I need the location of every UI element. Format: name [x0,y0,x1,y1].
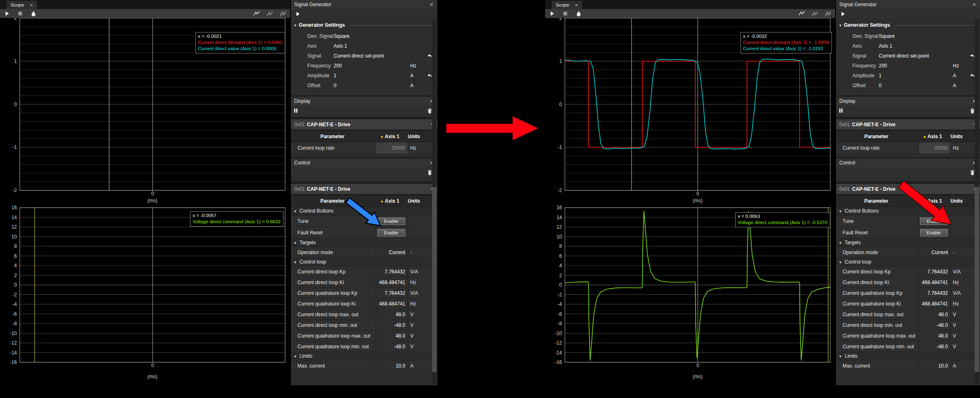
trash-icon[interactable] [970,108,975,113]
signal-multi-off-icon[interactable] [280,10,286,17]
pause-icon[interactable] [839,109,843,113]
field-value[interactable]: 200 [334,63,410,69]
param-value[interactable]: 7.764432 [918,288,950,298]
signal-single-button[interactable] [798,10,806,17]
scope-chart-area[interactable]: -2-10120(ms)-16-14-12-10-8-6-4-202468101… [545,18,835,380]
signal-multi-button[interactable] [266,10,274,17]
tab-close-icon[interactable]: × [30,2,33,8]
play-icon[interactable] [295,11,301,17]
section-header-row[interactable]: ▾Control Buttons [291,207,437,215]
signal-single-icon[interactable] [799,10,805,17]
generator-settings-header[interactable]: ▾Generator Settings [291,19,437,31]
param-value[interactable]: 48.0 [376,309,408,319]
param-value[interactable]: 7.764432 [376,266,408,277]
field-value[interactable]: Axis 1 [334,43,410,49]
section-header-row[interactable]: ▾Targets [291,238,437,247]
field-value[interactable]: 1 [334,73,410,79]
tab-close-icon[interactable]: × [575,2,578,8]
section-header-row[interactable]: ▾Control Buttons [836,207,980,215]
panel-scrollbar[interactable] [432,19,437,384]
signal-multi-off-icon[interactable] [825,10,831,17]
section-header-row[interactable]: ▾Limits [291,352,437,361]
param-value[interactable]: 7.764432 [918,266,950,277]
param-value[interactable]: 468.484741 [376,277,408,287]
pause-icon[interactable] [294,109,297,113]
close-icon[interactable]: × [973,1,976,8]
param-value[interactable]: -48.0 [918,341,950,352]
play-icon[interactable] [549,11,555,16]
param-value[interactable]: 468.484741 [376,298,408,309]
signal-multi-icon[interactable] [812,10,818,17]
table-row: Current direct loop Ki468.484741Hz [836,277,980,288]
stop-button[interactable] [562,10,569,17]
param-value[interactable]: 7.764432 [376,288,408,298]
table-row: Current quadrature loop min. out-48.0V [836,341,980,352]
tune-enable-button[interactable]: Enable [920,218,948,225]
play-button[interactable] [3,10,11,17]
device-dropdown[interactable]: 0x01CAP-NET-E - Drive▾ [291,119,437,130]
param-value[interactable]: -48.0 [918,320,950,330]
field-value[interactable]: 0 [334,83,410,88]
field-value[interactable]: Square [334,33,410,39]
param-value[interactable]: 468.484741 [918,277,950,287]
param-value[interactable]: 10.0 [376,361,408,371]
param-value[interactable]: -48.0 [376,341,408,352]
close-icon[interactable]: × [430,1,433,8]
generator-start-button[interactable] [839,10,847,18]
clear-plot-button[interactable] [30,10,37,17]
play-icon[interactable] [4,11,10,16]
panel-scrollbar[interactable] [975,19,979,384]
scrollbar-thumb[interactable] [432,187,437,372]
field-value[interactable]: Axis 1 [879,43,953,49]
scope-tab[interactable]: Scope× [7,1,37,9]
generator-start-button[interactable] [294,10,302,18]
app-stage: Scope×-2-10120(ms)-16-14-12-10-8-6-4-202… [0,0,980,398]
clear-plot-icon[interactable] [30,11,37,17]
fault-reset-enable-button[interactable]: Enable [377,229,405,236]
param-value[interactable]: 468.484741 [918,298,950,309]
generator-settings-header[interactable]: ▾Generator Settings [836,19,980,31]
signal-multi-icon[interactable] [267,10,273,17]
param-value[interactable]: 48.0 [376,331,408,341]
section-header-row[interactable]: ▾Limits [836,352,980,361]
field-value[interactable]: 200 [879,63,953,69]
play-icon[interactable] [840,11,846,17]
stop-icon[interactable] [562,11,568,16]
stop-button[interactable] [16,10,24,17]
tune-enable-button[interactable]: Enable [377,218,405,225]
play-button[interactable] [548,10,556,17]
field-value[interactable]: Current direct set-point [879,53,953,59]
device-dropdown[interactable]: 0x01CAP-NET-E - Drive▾ [836,184,980,194]
signal-single-button[interactable] [253,10,260,17]
device-dropdown[interactable]: 0x01CAP-NET-E - Drive▾ [836,119,980,130]
stop-icon[interactable] [17,11,23,16]
signal-multi-off-button[interactable] [824,10,832,17]
field-value[interactable]: 1 [879,73,953,79]
param-value[interactable]: Current [376,247,408,257]
signal-multi-off-button[interactable] [279,10,287,17]
clear-plot-icon[interactable] [576,11,582,17]
param-value[interactable]: 48.0 [918,331,950,341]
scope-chart-area[interactable]: -2-10120(ms)-16-14-12-10-8-6-4-202468101… [0,18,290,380]
field-label: Signal [852,53,879,59]
signal-single-icon[interactable] [253,10,260,17]
section-header-row[interactable]: ▾Control loop [291,258,437,266]
field-value[interactable]: 0 [879,83,953,88]
clear-plot-button[interactable] [575,10,582,17]
param-value[interactable]: 10.0 [918,361,950,371]
param-value[interactable]: -48.0 [376,320,408,330]
section-header-row[interactable]: ▾Control loop [836,258,980,266]
field-value[interactable]: Current direct set-point [334,53,410,59]
device-dropdown[interactable]: 0x01CAP-NET-E - Drive▾ [291,184,437,194]
param-value[interactable]: Current [918,247,950,257]
section-header-row[interactable]: ▾Targets [836,238,980,247]
field-value[interactable]: Square [879,33,953,39]
scrollbar-thumb[interactable] [975,187,979,372]
param-value[interactable]: 48.0 [918,309,950,319]
scope-tab[interactable]: Scope× [552,1,582,9]
trash-icon[interactable] [427,108,432,113]
signal-multi-button[interactable] [811,10,819,17]
trash-icon[interactable] [427,170,432,175]
trash-icon[interactable] [970,170,975,175]
fault-reset-enable-button[interactable]: Enable [920,229,948,236]
